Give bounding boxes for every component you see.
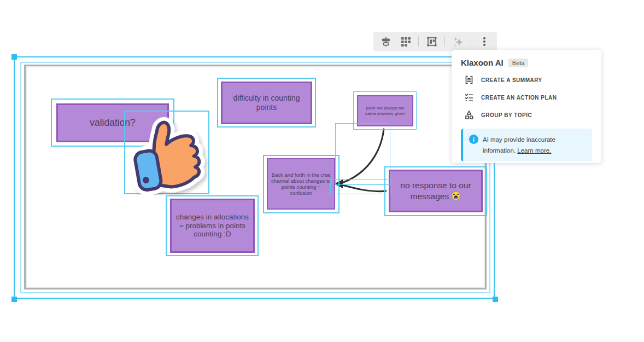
- menu-item-label: GROUP BY TOPIC: [481, 112, 532, 118]
- toolbar-divider: [471, 37, 471, 47]
- sticky-note-difficulty[interactable]: difficulty in counting points: [221, 82, 312, 124]
- ai-sparkles-icon[interactable]: [452, 35, 465, 48]
- menu-item-group-by-topic[interactable]: GROUP BY TOPIC: [461, 110, 592, 120]
- panel-title: Klaxoon AI: [461, 58, 504, 67]
- floating-toolbar: [373, 32, 497, 51]
- more-options-icon[interactable]: [478, 35, 491, 48]
- sticky-note-no-response[interactable]: no response to our messages: [389, 170, 483, 212]
- panel-header: Klaxoon AI Beta: [461, 58, 592, 67]
- beta-badge: Beta: [508, 59, 529, 67]
- sticky-note-changes-allocations[interactable]: changes in allocations = problems in poi…: [170, 199, 255, 253]
- whiteboard-stage: validation? difficulty in counting point…: [0, 0, 644, 342]
- action-plan-icon: [464, 92, 474, 102]
- distribute-align-icon[interactable]: [379, 35, 393, 48]
- crying-emoji: [451, 191, 461, 201]
- toolbar-divider: [418, 37, 419, 47]
- grid-layout-icon[interactable]: [399, 35, 412, 48]
- selection-handle-bottom-right[interactable]: [493, 297, 498, 302]
- menu-item-create-action-plan[interactable]: CREATE AN ACTION PLAN: [461, 92, 592, 102]
- klaxoon-ai-panel: Klaxoon AI Beta CREATE A SUMMARY CREATE …: [452, 50, 601, 163]
- menu-item-label: CREATE A SUMMARY: [481, 77, 542, 83]
- learn-more-link[interactable]: Learn more.: [517, 147, 551, 154]
- selection-handle-bottom-left[interactable]: [11, 297, 17, 302]
- sticky-note-back-and-forth[interactable]: Back and forth in the chat channel about…: [267, 158, 335, 210]
- menu-item-create-summary[interactable]: CREATE A SUMMARY: [461, 75, 592, 85]
- ai-disclaimer: i AI may provide inaccurate information.…: [461, 129, 592, 161]
- thumbs-up-sticker[interactable]: [124, 113, 209, 195]
- info-icon: i: [469, 135, 478, 144]
- sticky-note-point-not-always[interactable]: point not always the same answers given: [357, 95, 413, 126]
- toolbar-divider: [444, 37, 445, 47]
- selection-handle-top-left[interactable]: [11, 54, 17, 60]
- menu-item-label: CREATE AN ACTION PLAN: [481, 95, 557, 101]
- frame-selection-icon[interactable]: [425, 35, 438, 48]
- sleeve-cuff: [134, 149, 162, 191]
- group-by-topic-icon: [464, 110, 474, 120]
- summary-icon: [464, 75, 474, 85]
